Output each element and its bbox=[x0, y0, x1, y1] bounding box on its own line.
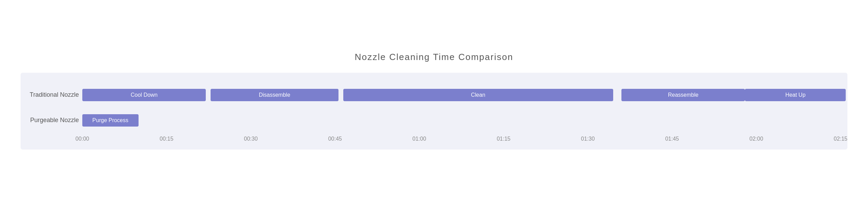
tick-0015: 00:15 bbox=[160, 136, 174, 142]
tick-0215: 02:15 bbox=[834, 136, 847, 142]
gantt-row-traditional: Traditional Nozzle Cool Down Disassemble… bbox=[27, 83, 841, 107]
chart-title: Nozzle Cleaning Time Comparison bbox=[355, 52, 513, 62]
gantt-track-purgeable: Purge Process bbox=[82, 108, 841, 132]
tick-0000: 00:00 bbox=[75, 136, 89, 142]
tick-0045: 00:45 bbox=[328, 136, 342, 142]
axis-track: 00:00 00:15 00:30 00:45 01:00 01:15 01:3… bbox=[82, 136, 841, 146]
tick-0130: 01:30 bbox=[581, 136, 595, 142]
tick-0030: 00:30 bbox=[244, 136, 258, 142]
gantt-rows: Traditional Nozzle Cool Down Disassemble… bbox=[21, 83, 847, 132]
tick-0145: 01:45 bbox=[665, 136, 679, 142]
gantt-row-purgeable: Purgeable Nozzle Purge Process bbox=[27, 108, 841, 132]
row-label-traditional: Traditional Nozzle bbox=[27, 91, 82, 98]
bar-clean: Clean bbox=[343, 89, 613, 101]
bar-heat-up: Heat Up bbox=[745, 89, 846, 101]
tick-0115: 01:15 bbox=[497, 136, 510, 142]
bar-reassemble: Reassemble bbox=[621, 89, 745, 101]
tick-0100: 01:00 bbox=[413, 136, 426, 142]
chart-container: Nozzle Cleaning Time Comparison Traditio… bbox=[0, 0, 868, 201]
row-label-purgeable: Purgeable Nozzle bbox=[27, 117, 82, 124]
bar-cool-down: Cool Down bbox=[82, 89, 206, 101]
axis-container: 00:00 00:15 00:30 00:45 01:00 01:15 01:3… bbox=[21, 134, 847, 150]
gantt-wrapper: Traditional Nozzle Cool Down Disassemble… bbox=[21, 73, 847, 150]
gantt-track-traditional: Cool Down Disassemble Clean Reassemble H… bbox=[82, 83, 841, 107]
tick-0200: 02:00 bbox=[749, 136, 763, 142]
bar-disassemble: Disassemble bbox=[211, 89, 339, 101]
bar-purge-process: Purge Process bbox=[82, 114, 139, 127]
